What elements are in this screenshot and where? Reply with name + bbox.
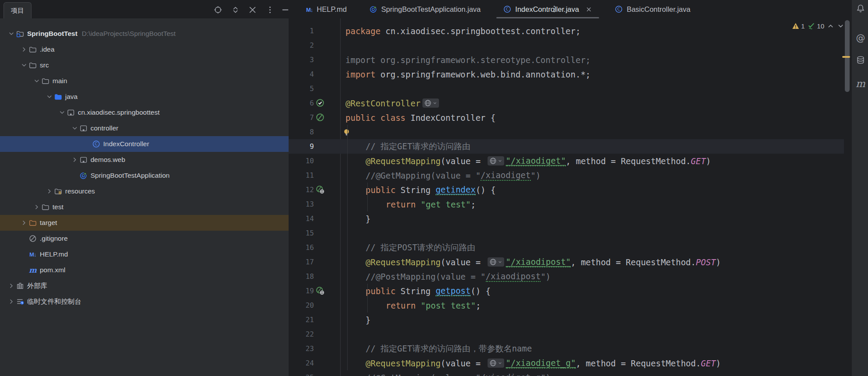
tree-item-resources[interactable]: resources [0,183,334,199]
line-number[interactable]: 9 [289,139,314,154]
database-icon[interactable] [856,55,865,65]
hide-icon[interactable] [281,5,289,14]
line-number[interactable]: 4 [289,67,314,81]
chevron-right-icon[interactable] [20,45,28,54]
expand-collapse-icon[interactable] [231,5,240,14]
code-line-23[interactable]: 23// 指定GET请求的访问路由，带参数名name [289,341,844,356]
tree-item-src[interactable]: src [0,57,308,73]
chevron-right-icon[interactable] [45,187,54,196]
code-line-17[interactable]: 17@RequestMapping(value = "/xiaodipost",… [289,255,844,269]
chevron-down-icon[interactable] [58,108,66,117]
mapping-gutter-icon[interactable] [316,185,325,194]
shrink-icon[interactable] [248,5,257,14]
line-number[interactable]: 17 [289,255,314,269]
chevron-right-icon[interactable] [32,203,41,211]
line-number[interactable]: 3 [289,53,314,67]
line-number[interactable]: 25 [289,370,314,376]
url-globe-inlay-icon[interactable] [488,358,504,368]
line-number[interactable]: 24 [289,356,314,370]
line-number[interactable]: 20 [289,298,314,313]
line-number[interactable]: 22 [289,327,314,341]
line-number[interactable]: 14 [289,211,314,226]
typos-indicator[interactable]: 10 [807,22,824,30]
code-line-21[interactable]: 21} [289,313,844,327]
line-number[interactable]: 12 [289,183,314,197]
line-number[interactable]: 10 [289,154,314,168]
more-options-icon[interactable] [265,5,274,14]
line-number[interactable]: 11 [289,168,314,183]
code-line-3[interactable]: 3import org.springframework.stereotype.C… [289,53,844,67]
chevron-down-icon[interactable] [7,29,16,38]
code-line-1[interactable]: 1package cn.xiaodisec.springboottest.con… [289,24,844,38]
code-line-5[interactable]: 5 [289,81,844,96]
line-number[interactable]: 6 [289,96,314,110]
tree-item-pom.xml[interactable]: mpom.xml [0,262,308,278]
tree-item-[interactable]: 外部库 [0,278,296,294]
tree-item-main[interactable]: main [0,73,321,89]
maven-tool-icon[interactable]: m [856,79,865,88]
chevron-down-icon[interactable] [32,77,41,85]
tab-springboottestapplication.java[interactable]: SpringBootTestApplication.java [358,0,492,18]
line-number[interactable]: 1 [289,24,314,38]
tree-item-help.md[interactable]: M↓HELP.md [0,246,308,262]
code-line-6[interactable]: 6@RestController [289,96,844,110]
chevron-right-icon[interactable] [7,297,16,306]
chevron-down-icon[interactable] [45,92,54,101]
line-number[interactable]: 18 [289,269,314,284]
chevron-right-icon[interactable] [70,155,79,164]
code-line-22[interactable]: 22 [289,327,844,341]
url-globe-inlay-icon[interactable] [488,257,504,267]
code-line-12[interactable]: 12public String getindex() { [289,183,844,197]
previous-problem-button[interactable] [827,22,834,30]
chevron-down-icon[interactable] [20,61,28,70]
close-icon[interactable] [586,6,592,13]
code-line-16[interactable]: 16// 指定POST请求的访问路由 [289,240,844,255]
line-number[interactable]: 19 [289,284,314,298]
tree-item-.gitignore[interactable]: .gitignore [0,231,308,246]
line-number[interactable]: 7 [289,110,314,125]
bean-check-gutter-icon[interactable] [316,98,325,108]
code-line-19[interactable]: 19public String getpost() { [289,284,844,298]
line-number[interactable]: 2 [289,38,314,53]
line-number[interactable]: 21 [289,313,314,327]
tree-item-test[interactable]: test [0,199,321,215]
code-line-25[interactable]: 25//@GetMapping(value = "/xiaodiget_g") [289,370,844,376]
tree-item-springboottest[interactable]: SpringBootTestD:\ideaProjects\SpringBoot… [0,26,296,42]
code-line-4[interactable]: 4import org.springframework.web.bind.ann… [289,67,844,81]
code-line-10[interactable]: 10@RequestMapping(value = "/xiaodiget", … [289,154,844,168]
line-number[interactable]: 23 [289,341,314,356]
tree-item-target[interactable]: target [0,215,308,231]
tab-options-icon[interactable] [550,5,559,14]
code-line-15[interactable]: 15 [289,226,844,240]
code-line-11[interactable]: 11//@GetMapping(value = "/xiaodiget") [289,168,844,183]
code-editor[interactable]: 1package cn.xiaodisec.springboottest.con… [289,18,851,376]
tool-window-tab-project[interactable]: 项目 [3,2,31,19]
tab-help.md[interactable]: M↓HELP.md [295,0,358,18]
warnings-indicator[interactable]: 1 [792,22,805,30]
code-line-20[interactable]: 20return "post test"; [289,298,844,313]
code-line-8[interactable]: 8 [289,125,844,139]
mapping-gutter-icon[interactable] [316,286,325,295]
tab-basiccontroller.java[interactable]: CBasicController.java [603,0,702,18]
code-line-24[interactable]: 24@RequestMapping(value = "/xiaodiget_g"… [289,356,844,370]
code-line-2[interactable]: 2 [289,38,844,53]
next-problem-button[interactable] [837,22,844,30]
line-number[interactable]: 15 [289,226,314,240]
url-globe-inlay-icon[interactable] [422,98,439,108]
endpoints-icon[interactable]: @ [856,33,865,43]
tree-item-.idea[interactable]: .idea [0,42,308,57]
code-line-13[interactable]: 13return "get test"; [289,197,844,211]
code-line-14[interactable]: 14} [289,211,844,226]
chevron-right-icon[interactable] [7,281,16,290]
line-number[interactable]: 8 [289,125,314,139]
code-line-9[interactable]: 9// 指定GET请求的访问路由 [289,139,844,154]
locate-icon[interactable] [213,5,222,14]
line-number[interactable]: 13 [289,197,314,211]
notifications-icon[interactable] [856,4,865,13]
tree-item-[interactable]: 临时文件和控制台 [0,294,296,309]
bean-gutter-icon[interactable] [316,113,325,122]
line-number[interactable]: 5 [289,81,314,96]
code-line-7[interactable]: 7public class IndexController { [289,110,844,125]
tree-item-java[interactable]: java [0,89,334,105]
chevron-down-icon[interactable] [70,124,79,133]
